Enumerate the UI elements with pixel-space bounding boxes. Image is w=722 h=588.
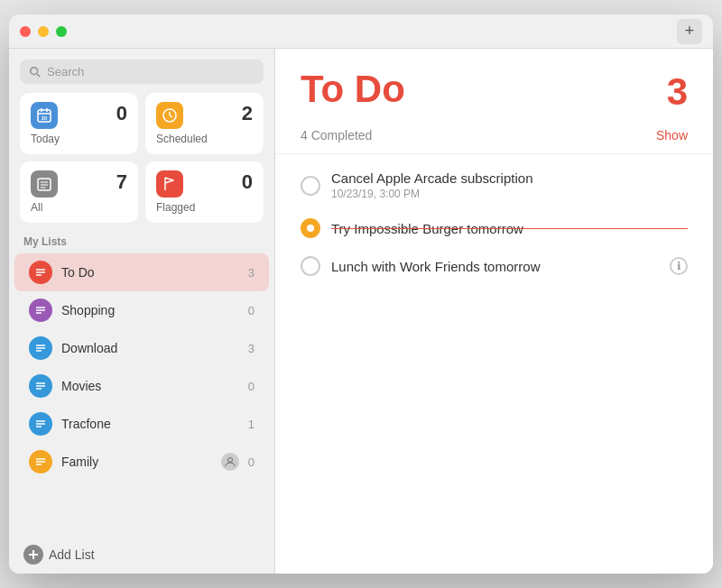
smart-list-scheduled-header: 2 [156, 102, 253, 129]
sidebar-item-movies[interactable]: Movies 0 [14, 367, 269, 405]
scheduled-icon [156, 102, 183, 129]
traffic-lights [20, 26, 67, 37]
tracfone-list-icon [29, 412, 52, 436]
shopping-list-count: 0 [248, 304, 255, 317]
todo-list-name: To Do [61, 265, 239, 280]
download-list-icon [29, 336, 52, 360]
task-content-1: Cancel Apple Arcade subscription 10/23/1… [331, 170, 688, 200]
flagged-count: 0 [242, 170, 253, 194]
smart-list-all[interactable]: 7 All [20, 161, 138, 223]
task-circle-1[interactable] [301, 176, 320, 196]
task-item-cancel-arcade[interactable]: Cancel Apple Arcade subscription 10/23/1… [275, 161, 713, 209]
all-icon [31, 170, 58, 198]
svg-text:20: 20 [42, 115, 48, 121]
movies-list-count: 0 [248, 380, 255, 393]
scheduled-count: 2 [242, 102, 253, 125]
completed-text: 4 Completed [301, 128, 372, 142]
task-circle-2[interactable] [301, 218, 320, 238]
svg-point-32 [227, 458, 232, 463]
tasks-list: Cancel Apple Arcade subscription 10/23/1… [275, 154, 713, 574]
movies-list-name: Movies [61, 379, 239, 393]
task-title-1: Cancel Apple Arcade subscription [331, 170, 688, 186]
search-bar[interactable]: Search [20, 60, 264, 84]
scheduled-label: Scheduled [156, 133, 253, 145]
add-task-button[interactable]: + [677, 19, 702, 44]
family-list-icon [29, 450, 52, 473]
maximize-button[interactable] [56, 26, 67, 37]
main-panel: To Do 3 4 Completed Show Cancel Apple Ar… [275, 49, 713, 574]
all-count: 7 [116, 170, 127, 194]
all-label: All [31, 201, 127, 214]
task-content-2: Try Impossible Burger tomorrow [331, 221, 688, 236]
todo-list-icon [29, 261, 52, 284]
task-title-3: Lunch with Work Friends tomorrow [331, 259, 659, 274]
my-lists-section-header: My Lists [9, 232, 274, 253]
tracfone-list-count: 1 [248, 418, 255, 431]
flagged-icon [156, 170, 183, 198]
today-label: Today [31, 133, 127, 145]
task-circle-3[interactable] [301, 256, 320, 276]
search-icon [29, 66, 42, 78]
sidebar-item-shopping[interactable]: Shopping 0 [14, 291, 269, 329]
shared-person-icon [221, 453, 239, 471]
sidebar-item-download[interactable]: Download 3 [14, 329, 269, 367]
smart-list-all-header: 7 [31, 170, 127, 198]
download-list-count: 3 [248, 342, 255, 355]
titlebar: + [9, 14, 713, 49]
today-icon: 20 [31, 102, 58, 129]
task-subtitle-1: 10/23/19, 3:00 PM [331, 188, 688, 200]
main-title: To Do [301, 70, 405, 108]
close-button[interactable] [20, 26, 31, 37]
tracfone-list-name: Tracfone [61, 417, 239, 431]
task-item-impossible-burger[interactable]: Try Impossible Burger tomorrow [275, 209, 713, 247]
today-count: 0 [116, 102, 127, 125]
smart-list-scheduled[interactable]: 2 Scheduled [145, 93, 264, 154]
smart-list-today[interactable]: 20 0 Today [20, 93, 138, 154]
add-list-footer[interactable]: Add List [9, 536, 274, 574]
todo-list-count: 3 [248, 266, 255, 280]
task-content-3: Lunch with Work Friends tomorrow [331, 259, 659, 274]
search-placeholder: Search [47, 65, 255, 78]
svg-point-0 [31, 67, 38, 74]
shopping-list-icon [29, 299, 52, 322]
minimize-button[interactable] [38, 26, 49, 37]
family-list-count: 0 [248, 455, 255, 469]
sidebar: Search 20 0 Today [9, 49, 275, 574]
main-content: Search 20 0 Today [9, 49, 713, 574]
app-window: + Search 20 0 [9, 14, 713, 574]
svg-line-1 [37, 74, 40, 77]
sidebar-item-family[interactable]: Family 0 [14, 443, 269, 481]
flagged-label: Flagged [156, 201, 253, 214]
sidebar-item-tracfone[interactable]: Tracfone 1 [14, 405, 269, 443]
shopping-list-name: Shopping [61, 303, 239, 317]
movies-list-icon [29, 374, 52, 398]
add-list-icon [23, 545, 43, 565]
svg-line-9 [170, 115, 172, 117]
smart-list-flagged-header: 0 [156, 170, 253, 198]
add-list-label: Add List [49, 547, 95, 562]
download-list-name: Download [61, 341, 239, 355]
main-task-count: 3 [667, 70, 688, 114]
main-header: To Do 3 [275, 49, 713, 124]
show-completed-button[interactable]: Show [656, 128, 688, 142]
task-item-lunch[interactable]: Lunch with Work Friends tomorrow ℹ [275, 247, 713, 285]
sidebar-item-todo[interactable]: To Do 3 [14, 253, 269, 291]
smart-list-flagged[interactable]: 0 Flagged [145, 161, 264, 223]
task-info-button-3[interactable]: ℹ [670, 257, 688, 275]
smart-lists: 20 0 Today 2 Scheduled [9, 93, 274, 232]
task-title-2: Try Impossible Burger tomorrow [331, 221, 688, 236]
list-items: To Do 3 Shopping 0 Download [9, 253, 274, 536]
smart-list-today-header: 20 0 [31, 102, 127, 129]
completed-bar: 4 Completed Show [275, 124, 713, 154]
family-list-name: Family [61, 455, 212, 469]
